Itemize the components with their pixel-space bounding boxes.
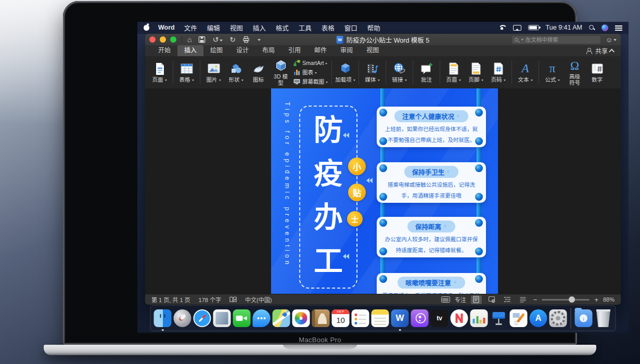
- language-indicator[interactable]: 中文(中国): [245, 295, 272, 304]
- zoom-slider-thumb[interactable]: [569, 296, 575, 303]
- dock-safari-icon[interactable]: [194, 309, 211, 327]
- dock-numbers-icon[interactable]: [470, 309, 488, 327]
- dock-mail-icon[interactable]: [213, 309, 231, 327]
- menu-edit[interactable]: 编辑: [207, 23, 220, 33]
- icons-button[interactable]: 图标: [247, 61, 270, 84]
- zoom-in-button[interactable]: +: [594, 296, 598, 303]
- dock-maps-icon[interactable]: [273, 309, 290, 327]
- dock-finder-icon[interactable]: [154, 309, 172, 327]
- add-ins-button[interactable]: 加载项: [334, 61, 356, 84]
- draft-view-button[interactable]: [518, 295, 529, 304]
- header-button[interactable]: 页眉: [442, 61, 465, 84]
- media-button[interactable]: 媒体: [361, 61, 383, 84]
- notification-center-icon[interactable]: [615, 25, 622, 31]
- dock-trash-icon[interactable]: [595, 309, 612, 327]
- focus-mode-label[interactable]: 专注: [455, 295, 466, 304]
- links-button[interactable]: 链接: [388, 61, 411, 84]
- tab-design[interactable]: 设计: [229, 45, 255, 56]
- table-button[interactable]: 表格: [175, 61, 198, 84]
- footer-button[interactable]: 页脚: [465, 61, 487, 84]
- zoom-slider[interactable]: [542, 299, 590, 301]
- equation-button[interactable]: π 公式: [541, 61, 564, 84]
- comment-button[interactable]: 批注: [415, 61, 438, 84]
- zoom-out-button[interactable]: −: [533, 296, 537, 303]
- pages-button[interactable]: 页面: [148, 61, 171, 84]
- word-count[interactable]: 178 个字: [199, 295, 221, 304]
- dock-downloads-icon[interactable]: [575, 309, 593, 327]
- siri-icon[interactable]: [601, 24, 608, 31]
- dock-contacts-icon[interactable]: [312, 309, 330, 327]
- document-canvas[interactable]: Tips for epidemic prevention 防 疫 办 工 小 贴…: [145, 88, 621, 294]
- dock-notes-icon[interactable]: [372, 309, 389, 327]
- menu-app-name[interactable]: Word: [158, 24, 175, 31]
- apple-menu-icon[interactable]: [144, 24, 150, 31]
- tab-references[interactable]: 引用: [281, 45, 308, 56]
- share-button[interactable]: 共享: [586, 46, 615, 55]
- outline-view-button[interactable]: [502, 295, 513, 304]
- tab-insert[interactable]: 插入: [177, 45, 203, 56]
- dock-appstore-icon[interactable]: A: [530, 309, 547, 327]
- menu-table[interactable]: 表格: [322, 23, 335, 33]
- tab-home[interactable]: 开始: [151, 45, 177, 56]
- customize-toolbar-chevron-icon[interactable]: [258, 39, 261, 43]
- dock-podcasts-icon[interactable]: [411, 309, 429, 327]
- dock-word-icon[interactable]: W: [391, 309, 409, 327]
- dock-appletv-icon[interactable]: tv: [431, 309, 449, 327]
- tab-view[interactable]: 视图: [360, 45, 386, 56]
- dock-facetime-icon[interactable]: [233, 309, 251, 327]
- close-button[interactable]: [149, 36, 156, 43]
- home-icon[interactable]: ⌂: [187, 36, 191, 43]
- menu-file[interactable]: 文件: [184, 23, 197, 33]
- document-search-box[interactable]: [512, 36, 600, 44]
- menu-tools[interactable]: 工具: [299, 23, 312, 33]
- advanced-symbol-button[interactable]: Ω 高级 符号: [564, 58, 586, 87]
- feedback-smiley-button[interactable]: ☺: [606, 36, 617, 44]
- focus-mode-icon[interactable]: [441, 296, 450, 303]
- shapes-button[interactable]: 形状: [225, 61, 247, 84]
- 3d-model-button[interactable]: 3D 模型: [270, 58, 292, 87]
- zoom-button[interactable]: [170, 36, 176, 43]
- battery-icon[interactable]: [528, 25, 539, 30]
- number-button[interactable]: 数字: [586, 61, 608, 84]
- screen-mirroring-icon[interactable]: [513, 25, 521, 31]
- page-indicator[interactable]: 第 1 页, 共 1 页: [151, 295, 190, 304]
- screenshot-button[interactable]: 屏幕截图: [293, 77, 328, 85]
- minimize-button[interactable]: [160, 36, 166, 43]
- dock-pages-icon[interactable]: [510, 309, 528, 327]
- tab-draw[interactable]: 绘图: [203, 45, 229, 56]
- tab-review[interactable]: 审阅: [334, 45, 360, 56]
- text-button[interactable]: A 文本: [514, 61, 536, 84]
- dock-reminders-icon[interactable]: [352, 309, 369, 327]
- menu-bar-clock[interactable]: Tue 9:41 AM: [546, 24, 582, 31]
- web-layout-view-button[interactable]: [487, 295, 497, 304]
- search-input[interactable]: [526, 36, 598, 43]
- chart-button[interactable]: 图表: [293, 68, 328, 76]
- menu-insert[interactable]: 插入: [253, 23, 266, 33]
- print-layout-view-button[interactable]: [471, 295, 482, 304]
- tab-layout[interactable]: 布局: [255, 45, 281, 56]
- dock-photos-icon[interactable]: [292, 309, 310, 327]
- collapse-ribbon-chevron-icon[interactable]: [609, 48, 615, 54]
- page-number-button[interactable]: 页码: [487, 61, 509, 84]
- save-icon[interactable]: [198, 36, 206, 43]
- spotlight-icon[interactable]: [589, 25, 595, 31]
- tab-mailings[interactable]: 邮件: [308, 45, 334, 56]
- dock-news-icon[interactable]: [451, 309, 468, 327]
- redo-icon[interactable]: ↻: [229, 36, 236, 43]
- undo-button[interactable]: ↺: [212, 35, 223, 44]
- dock-launchpad-icon[interactable]: [174, 309, 191, 327]
- print-icon[interactable]: [242, 36, 250, 43]
- menu-view[interactable]: 视图: [230, 23, 243, 33]
- menu-help[interactable]: 帮助: [367, 23, 380, 33]
- spellcheck-icon[interactable]: [229, 296, 237, 303]
- menu-window[interactable]: 窗口: [344, 23, 357, 33]
- dock-calendar-icon[interactable]: SEP10: [332, 309, 350, 327]
- menu-format[interactable]: 格式: [276, 23, 289, 33]
- dock-system-preferences-icon[interactable]: [549, 309, 567, 327]
- wifi-icon[interactable]: [498, 24, 506, 31]
- dock-keynote-icon[interactable]: [490, 309, 508, 327]
- picture-button[interactable]: 图片: [202, 61, 225, 84]
- smartart-button[interactable]: SmartArt: [293, 60, 328, 67]
- zoom-level[interactable]: 88%: [603, 296, 615, 303]
- dock-messages-icon[interactable]: [253, 309, 271, 327]
